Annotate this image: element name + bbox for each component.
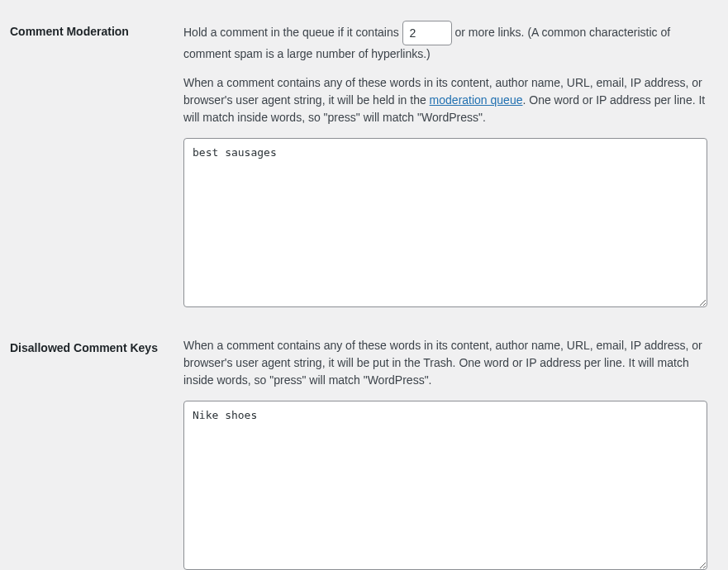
moderation-keys-description: When a comment contains any of these wor… (183, 74, 707, 126)
disallowed-keys-textarea[interactable]: Nike shoes (183, 401, 707, 570)
discussion-settings-table: Comment Moderation Hold a comment in the… (10, 8, 716, 570)
comment-max-links-input[interactable] (402, 21, 452, 45)
comment-moderation-label: Comment Moderation (10, 8, 175, 325)
moderation-keys-textarea[interactable]: best sausages (183, 138, 707, 307)
comment-moderation-row: Comment Moderation Hold a comment in the… (10, 8, 716, 325)
comment-moderation-hold-text: Hold a comment in the queue if it contai… (183, 21, 707, 63)
disallowed-keys-description: When a comment contains any of these wor… (183, 337, 707, 389)
disallowed-keys-row: Disallowed Comment Keys When a comment c… (10, 325, 716, 570)
disallowed-keys-label: Disallowed Comment Keys (10, 325, 175, 570)
moderation-queue-link[interactable]: moderation queue (430, 93, 523, 107)
disallowed-keys-fields: When a comment contains any of these wor… (175, 325, 716, 570)
hold-text-before: Hold a comment in the queue if it contai… (183, 26, 402, 39)
comment-moderation-fields: Hold a comment in the queue if it contai… (175, 8, 716, 325)
